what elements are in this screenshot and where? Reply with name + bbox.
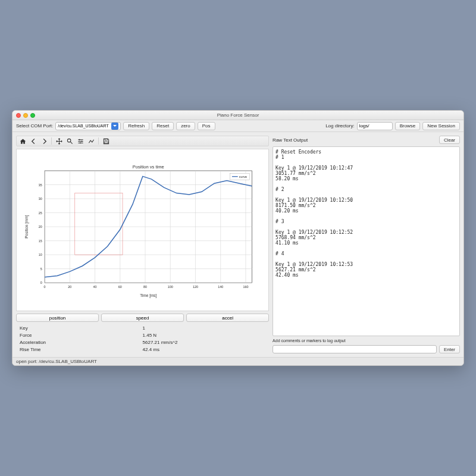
right-pane: Raw Text Output Clear # Reset Encoders #… xyxy=(273,136,460,353)
svg-text:25: 25 xyxy=(39,211,42,215)
app-window: Piano Force Sensor Select COM Port: /dev… xyxy=(12,110,464,366)
plot-area[interactable]: 02040608010012014016005101520253035Time … xyxy=(16,149,269,311)
svg-text:60: 60 xyxy=(118,285,122,289)
svg-rect-6 xyxy=(104,142,108,143)
edit-axes-icon[interactable] xyxy=(87,137,95,145)
svg-point-2 xyxy=(79,139,80,140)
svg-text:35: 35 xyxy=(39,183,42,187)
logdir-input[interactable] xyxy=(357,122,393,130)
stat-key-value: 1 xyxy=(143,325,266,331)
svg-point-0 xyxy=(67,139,71,142)
svg-text:Position [mm]: Position [mm] xyxy=(24,215,29,238)
svg-text:20: 20 xyxy=(68,285,71,289)
comment-label: Add comments or markers to log output xyxy=(273,339,460,343)
forward-icon[interactable] xyxy=(40,137,48,145)
stat-accel-label: Acceleration xyxy=(20,340,143,345)
enter-button[interactable]: Enter xyxy=(439,345,460,353)
svg-text:Position vs time: Position vs time xyxy=(133,164,164,170)
com-port-label: Select COM Port: xyxy=(16,123,53,129)
svg-line-1 xyxy=(70,142,72,143)
com-port-select[interactable]: /dev/cu.SLAB_USBtoUART xyxy=(55,122,121,130)
tab-speed[interactable]: speed xyxy=(101,314,184,322)
svg-text:100: 100 xyxy=(168,285,173,289)
svg-point-3 xyxy=(81,140,82,142)
raw-output-text[interactable]: # Reset Encoders # 1 Key 1 @ 19/12/2019 … xyxy=(273,146,460,336)
chevron-down-icon xyxy=(111,123,118,130)
svg-text:140: 140 xyxy=(218,285,223,289)
stat-key-label: Key xyxy=(20,325,143,331)
status-text: open port: /dev/cu.SLAB_USBtoUART xyxy=(16,359,97,364)
window-title: Piano Force Sensor xyxy=(12,112,464,118)
stat-rise-label: Rise Time xyxy=(20,347,143,352)
position-chart: 02040608010012014016005101520253035Time … xyxy=(20,153,265,307)
svg-text:10: 10 xyxy=(39,253,42,256)
svg-text:0: 0 xyxy=(40,281,42,284)
pan-icon[interactable] xyxy=(55,137,62,145)
refresh-button[interactable]: Refresh xyxy=(123,122,149,130)
browse-button[interactable]: Browse xyxy=(395,122,421,130)
new-session-button[interactable]: New Session xyxy=(422,122,460,130)
top-toolbar: Select COM Port: /dev/cu.SLAB_USBtoUART … xyxy=(12,120,464,132)
status-bar: open port: /dev/cu.SLAB_USBtoUART xyxy=(12,357,464,365)
clear-button[interactable]: Clear xyxy=(439,136,460,144)
pos-button[interactable]: Pos xyxy=(198,122,215,130)
tab-position[interactable]: position xyxy=(16,314,99,322)
svg-text:80: 80 xyxy=(143,285,147,289)
svg-text:15: 15 xyxy=(39,239,42,243)
save-figure-icon[interactable] xyxy=(102,137,109,145)
com-port-value: /dev/cu.SLAB_USBtoUART xyxy=(58,124,108,128)
zero-button[interactable]: zero xyxy=(176,122,195,130)
svg-text:30: 30 xyxy=(39,197,42,201)
left-pane: 02040608010012014016005101520253035Time … xyxy=(16,136,269,353)
svg-point-4 xyxy=(79,142,80,143)
svg-text:5: 5 xyxy=(40,267,42,271)
reset-button[interactable]: Reset xyxy=(152,122,174,130)
svg-text:40: 40 xyxy=(93,285,97,289)
tab-accel[interactable]: accel xyxy=(186,314,269,322)
svg-text:160: 160 xyxy=(243,285,248,289)
back-icon[interactable] xyxy=(30,137,37,145)
stat-rise-value: 42.4 ms xyxy=(143,347,266,352)
svg-text:120: 120 xyxy=(193,285,198,289)
svg-text:curve: curve xyxy=(239,175,247,178)
zoom-rect-icon[interactable] xyxy=(66,137,73,145)
svg-text:0: 0 xyxy=(44,285,46,289)
home-icon[interactable] xyxy=(19,137,26,145)
stats-grid: Key 1 Force 1.45 N Acceleration 5627.21 … xyxy=(16,324,269,353)
svg-text:Time [ms]: Time [ms] xyxy=(140,293,156,298)
stat-force-value: 1.45 N xyxy=(143,333,266,338)
titlebar: Piano Force Sensor xyxy=(12,111,464,120)
stat-accel-value: 5627.21 mm/s^2 xyxy=(143,340,266,345)
plot-toolbar xyxy=(16,136,269,146)
stat-force-label: Force xyxy=(20,333,143,338)
configure-icon[interactable] xyxy=(77,137,84,145)
logdir-label: Log directory: xyxy=(325,123,354,129)
comment-input[interactable] xyxy=(273,345,437,353)
svg-text:20: 20 xyxy=(39,225,42,228)
raw-output-heading: Raw Text Output xyxy=(273,137,308,143)
